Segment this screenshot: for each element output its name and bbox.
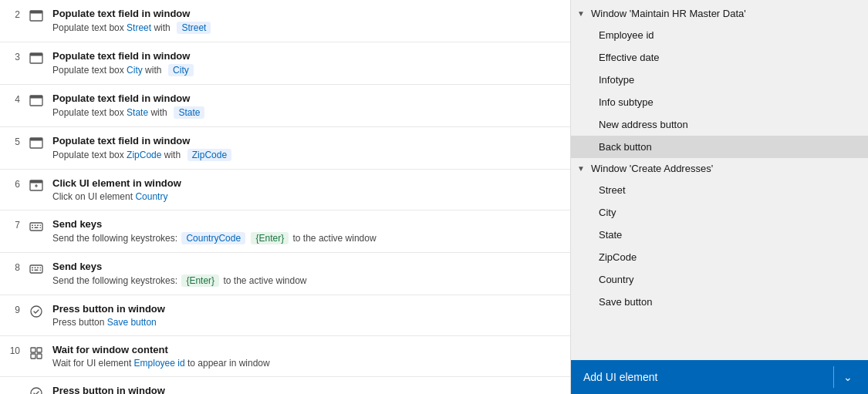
svg-rect-22 [40, 268, 42, 269]
tree-section-header-window1[interactable]: ▼ Window 'Maintain HR Master Data' [571, 3, 868, 24]
tag-city1: City [127, 65, 143, 76]
step-title: Wait for window content [52, 344, 561, 355]
press-icon [28, 303, 45, 320]
step-number: 2 [6, 8, 20, 20]
tree-item-state[interactable]: State [571, 224, 868, 246]
ui-tree: ▼ Window 'Maintain HR Master Data' Emplo… [571, 0, 868, 360]
tree-item-city[interactable]: City [571, 201, 868, 224]
window-icon [28, 93, 45, 109]
step-title: Populate text field in window [52, 50, 561, 62]
step-row[interactable]: 3 Populate text field in window Populate… [0, 42, 570, 85]
step-desc: Populate text box Street with Street [52, 22, 561, 34]
step-row[interactable]: 9 Press button in window Press button Sa… [0, 295, 570, 336]
step-title: Populate text field in window [52, 93, 561, 104]
window2-label: Window 'Create Addresses' [591, 163, 713, 174]
step-desc: Press button Save button [52, 317, 561, 328]
tree-item-infotype[interactable]: Infotype [571, 69, 868, 91]
tree-item-new-address-button[interactable]: New address button [571, 113, 868, 136]
tree-item-zipcode[interactable]: ZipCode [571, 246, 868, 268]
step-row[interactable]: 10 Wait for window content Wait for UI e… [0, 336, 570, 377]
step-content: Populate text field in window Populate t… [52, 93, 561, 119]
step-title: Send keys [52, 218, 561, 230]
steps-panel: 2 Populate text field in window Populate… [0, 0, 571, 394]
step-content: Send keys Send the following keystrokes:… [52, 218, 561, 244]
ui-elements-panel: ▼ Window 'Maintain HR Master Data' Emplo… [571, 0, 868, 394]
tree-item-save-button[interactable]: Save button [571, 291, 868, 313]
tag-street2: Street [177, 22, 211, 34]
step-desc: Send the following keystrokes: CountryCo… [52, 232, 561, 244]
step-number: 5 [6, 135, 20, 147]
svg-rect-5 [30, 96, 42, 99]
step-row[interactable]: Press button in window [0, 377, 570, 394]
svg-point-31 [31, 388, 42, 394]
step-content: Send keys Send the following keystrokes:… [52, 261, 561, 287]
svg-rect-28 [37, 348, 42, 352]
svg-rect-20 [35, 268, 36, 269]
window1-label: Window 'Maintain HR Master Data' [591, 8, 746, 19]
add-ui-element-footer: Add UI element ⌄ [571, 360, 868, 394]
tag-street1: Street [127, 22, 151, 33]
tag-employee-id: Employee id [134, 358, 185, 369]
window-icon [28, 135, 45, 152]
tag-enter2: {Enter} [181, 274, 219, 287]
svg-rect-18 [30, 265, 42, 273]
step-row[interactable]: 8 Send keys Send the following keystroke… [0, 253, 570, 295]
tree-section-header-window2[interactable]: ▼ Window 'Create Addresses' [571, 158, 868, 179]
svg-rect-14 [40, 225, 42, 227]
step-number: 9 [6, 303, 20, 315]
svg-rect-7 [30, 138, 42, 141]
svg-point-26 [31, 306, 42, 317]
tag-city2: City [168, 64, 194, 76]
tree-section-window2: ▼ Window 'Create Addresses' Street City … [571, 158, 868, 313]
step-row[interactable]: 7 Send keys Send the following keystroke… [0, 210, 570, 253]
tree-item-back-button[interactable]: Back button [571, 136, 868, 158]
svg-rect-30 [37, 354, 42, 359]
add-ui-element-button[interactable]: Add UI element [583, 371, 827, 383]
step-content: Click UI element in window Click on UI e… [52, 177, 561, 202]
chevron-down-icon: ▼ [577, 9, 588, 18]
step-number: 8 [6, 261, 20, 273]
step-desc: Wait for UI element Employee id to appea… [52, 358, 561, 369]
step-desc: Send the following keystrokes: {Enter} t… [52, 274, 561, 287]
svg-rect-21 [37, 268, 39, 269]
tag-zipcode1: ZipCode [127, 150, 161, 160]
tree-item-effective-date[interactable]: Effective date [571, 46, 868, 69]
step-number: 3 [6, 50, 20, 62]
tree-item-country[interactable]: Country [571, 268, 868, 291]
window-icon [28, 50, 45, 67]
svg-rect-16 [35, 227, 39, 229]
svg-rect-17 [40, 227, 42, 229]
tree-item-employee-id[interactable]: Employee id [571, 24, 868, 46]
step-content: Press button in window [52, 385, 561, 394]
step-row[interactable]: 4 Populate text field in window Populate… [0, 85, 570, 127]
step-row[interactable]: 6 Click UI element in window Click on UI… [0, 170, 570, 210]
step-title: Press button in window [52, 303, 561, 315]
svg-rect-9 [30, 180, 42, 184]
wait-icon [28, 344, 45, 361]
chevron-down-icon-footer[interactable]: ⌄ [840, 368, 856, 386]
tag-enter1: {Enter} [251, 232, 289, 244]
keyboard-icon [28, 261, 45, 278]
click-icon [28, 177, 45, 194]
step-title: Populate text field in window [52, 135, 561, 146]
tag-save-button: Save button [107, 317, 157, 328]
tag-state1: State [127, 107, 148, 118]
tree-item-info-subtype[interactable]: Info subtype [571, 91, 868, 113]
svg-rect-12 [35, 225, 36, 227]
tree-section-window1: ▼ Window 'Maintain HR Master Data' Emplo… [571, 3, 868, 158]
step-row[interactable]: 5 Populate text field in window Populate… [0, 127, 570, 170]
chevron-down-icon-2: ▼ [577, 164, 588, 173]
step-row[interactable]: 2 Populate text field in window Populate… [0, 0, 570, 42]
step-number: 6 [6, 177, 20, 190]
svg-rect-10 [30, 223, 42, 231]
step-content: Wait for window content Wait for UI elem… [52, 344, 561, 369]
step-content: Press button in window Press button Save… [52, 303, 561, 328]
svg-rect-3 [30, 53, 42, 56]
window-icon [28, 8, 45, 25]
svg-rect-27 [31, 348, 35, 352]
step-title: Press button in window [52, 385, 561, 394]
step-desc: Populate text box State with State [52, 106, 561, 119]
svg-rect-29 [31, 354, 35, 359]
tree-item-street[interactable]: Street [571, 179, 868, 201]
step-desc: Populate text box City with City [52, 64, 561, 76]
